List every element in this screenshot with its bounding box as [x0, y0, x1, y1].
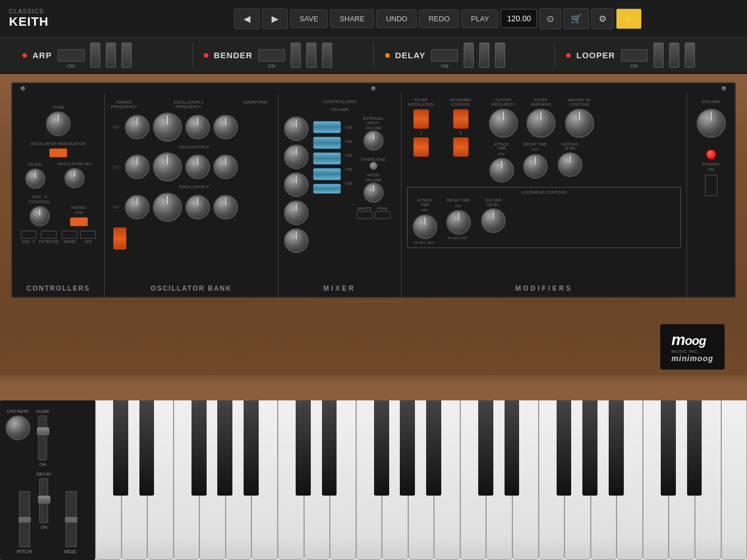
black-key-19[interactable]: [609, 400, 624, 496]
bender-slider-1[interactable]: [291, 43, 301, 68]
osc2-freq-knob[interactable]: [153, 152, 182, 181]
mod-slider[interactable]: [66, 491, 77, 547]
record-button[interactable]: ⊙: [539, 8, 561, 29]
looper-slider-2[interactable]: [669, 43, 679, 68]
white-key-0[interactable]: [95, 400, 122, 560]
black-key-14[interactable]: [478, 400, 493, 496]
mixer-fader-3[interactable]: [313, 152, 341, 165]
looper-slider-1[interactable]: [653, 43, 664, 68]
cart-button[interactable]: 🛒: [563, 8, 589, 29]
main-volume-knob[interactable]: [697, 109, 726, 138]
delay-slider-1[interactable]: [464, 43, 474, 68]
arp-toggle[interactable]: [58, 49, 85, 62]
white-key-7[interactable]: [278, 400, 304, 560]
arp-slider-2[interactable]: [106, 43, 116, 68]
mixer-vol5-knob[interactable]: [284, 228, 309, 253]
white-switch[interactable]: [357, 211, 372, 219]
noise-lfo-toggle[interactable]: [70, 217, 88, 226]
mixer-fader-1[interactable]: [313, 121, 341, 133]
osc3-freq-knob[interactable]: [153, 193, 182, 222]
keyboard-ctrl-slider-2[interactable]: [453, 137, 469, 157]
mixer-fader-4[interactable]: [313, 168, 341, 180]
glide-knob[interactable]: [25, 169, 45, 189]
delay-toggle[interactable]: [431, 49, 458, 62]
black-key-18[interactable]: [582, 400, 597, 496]
lfo-switch[interactable]: [80, 231, 96, 239]
share-button[interactable]: SHARE: [330, 10, 374, 28]
tune-knob[interactable]: [46, 111, 71, 136]
osc3-wave-knob[interactable]: [185, 195, 210, 220]
black-key-3[interactable]: [192, 400, 207, 496]
white-key-24[interactable]: [721, 400, 748, 560]
osc1-wave-knob[interactable]: [185, 115, 210, 139]
noise-vol-knob[interactable]: [363, 183, 384, 203]
noise-switch[interactable]: [62, 231, 77, 239]
osc3-wave2-knob[interactable]: [213, 195, 238, 220]
mixer-fader-5[interactable]: [313, 184, 341, 194]
filter-mod-slider-2[interactable]: [413, 137, 429, 157]
prev-button[interactable]: ◀: [234, 8, 260, 29]
arp-slider-3[interactable]: [122, 43, 132, 68]
black-key-7[interactable]: [296, 400, 311, 496]
amount-knob[interactable]: [565, 109, 594, 138]
white-key-10[interactable]: [356, 400, 382, 560]
black-key-1[interactable]: [139, 400, 155, 496]
mixer-vol4-knob[interactable]: [284, 200, 309, 225]
black-key-22[interactable]: [687, 400, 702, 496]
pink-switch[interactable]: [375, 211, 390, 219]
modmix-knob[interactable]: [64, 168, 85, 188]
mixer-vol2-knob[interactable]: [284, 144, 309, 169]
filter-mod-slider-1[interactable]: [413, 109, 429, 129]
pitch-slider[interactable]: [19, 491, 30, 547]
save-button[interactable]: SAVE: [290, 10, 328, 28]
sustain-knob[interactable]: [558, 152, 582, 177]
looper-slider-3[interactable]: [685, 43, 695, 68]
black-key-10[interactable]: [374, 400, 389, 496]
black-key-5[interactable]: [244, 400, 259, 496]
attack-knob[interactable]: [489, 158, 514, 183]
ext-input-knob[interactable]: [363, 130, 384, 151]
emphasis-knob[interactable]: [526, 109, 555, 138]
osc2-range-knob[interactable]: [125, 155, 150, 179]
next-button[interactable]: ▶: [262, 8, 288, 29]
play-button[interactable]: PLAY: [461, 10, 498, 28]
black-key-15[interactable]: [505, 400, 520, 496]
osc1-wave2-knob[interactable]: [213, 115, 238, 139]
lightning-button[interactable]: ⚡: [616, 8, 642, 29]
looper-toggle[interactable]: [621, 49, 648, 62]
lfo-rate-knob[interactable]: [6, 416, 30, 440]
cutoff-knob[interactable]: [489, 109, 518, 138]
osc1-range-knob[interactable]: [125, 115, 150, 139]
settings-button[interactable]: ⚙: [591, 8, 614, 29]
osc1-freq-knob[interactable]: [153, 113, 182, 142]
osc2-wave-knob[interactable]: [185, 155, 210, 179]
black-key-8[interactable]: [322, 400, 337, 496]
mixer-fader-2[interactable]: [313, 137, 341, 149]
bender-slider-2[interactable]: [306, 43, 316, 68]
black-key-17[interactable]: [557, 400, 572, 496]
power-switch[interactable]: [705, 175, 717, 196]
osc3-range-knob[interactable]: [125, 195, 150, 220]
keyboard-ctrl-slider-1[interactable]: [453, 109, 469, 129]
osc-orange-slider[interactable]: [113, 227, 127, 250]
delay-slider-3[interactable]: [495, 43, 505, 68]
bender-toggle[interactable]: [258, 49, 285, 62]
osc2-wave2-knob[interactable]: [213, 155, 238, 179]
arp-slider-1[interactable]: [90, 43, 100, 68]
kb-glide-slider[interactable]: [38, 416, 47, 460]
mixer-vol1-knob[interactable]: [284, 116, 309, 141]
filtereq-switch[interactable]: [41, 231, 57, 239]
osc3-knob[interactable]: [30, 206, 50, 226]
white-key-14[interactable]: [460, 400, 487, 560]
l-decay-knob[interactable]: [446, 210, 471, 235]
mixer-vol3-knob[interactable]: [284, 172, 309, 197]
decay-knob[interactable]: [523, 154, 548, 179]
white-key-21[interactable]: [643, 400, 669, 560]
osc3-switch[interactable]: [21, 231, 36, 239]
bender-slider-3[interactable]: [322, 43, 332, 68]
delay-slider-2[interactable]: [479, 43, 489, 68]
white-key-3[interactable]: [174, 400, 200, 560]
black-key-12[interactable]: [426, 400, 441, 496]
white-key-17[interactable]: [539, 400, 565, 560]
undo-button[interactable]: UNDO: [376, 10, 417, 28]
